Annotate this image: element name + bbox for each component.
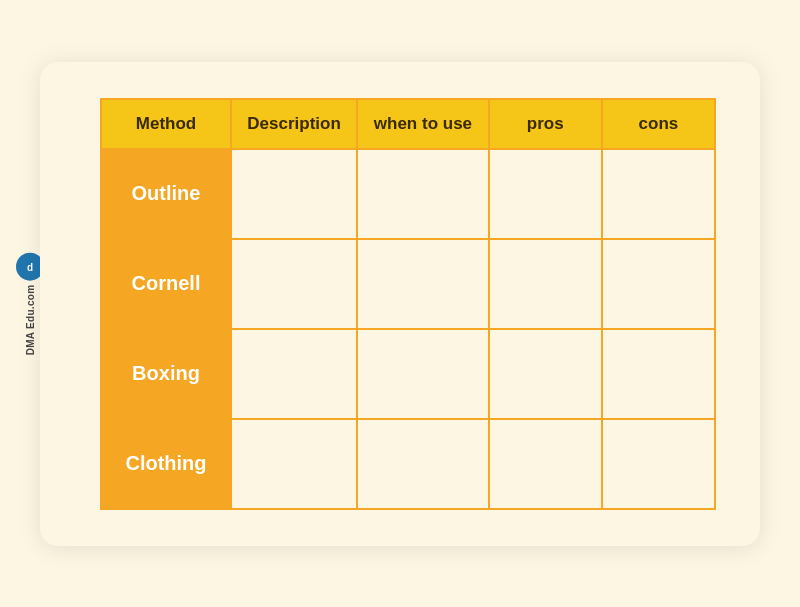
table-row: Boxing xyxy=(101,329,715,419)
table-row: Outline xyxy=(101,149,715,239)
svg-text:d: d xyxy=(27,261,33,272)
when-to-use-cell-outline xyxy=(357,149,489,239)
watermark-text: DMA Edu.com xyxy=(25,284,36,355)
table-row: Clothing xyxy=(101,419,715,509)
cons-cell-boxing xyxy=(602,329,715,419)
description-cell-boxing xyxy=(231,329,357,419)
when-to-use-cell-boxing xyxy=(357,329,489,419)
comparison-table: Method Description when to use pros cons… xyxy=(100,98,716,510)
method-cell-boxing: Boxing xyxy=(101,329,231,419)
method-cell-outline: Outline xyxy=(101,149,231,239)
main-card: Method Description when to use pros cons… xyxy=(40,62,760,546)
pros-cell-boxing xyxy=(489,329,602,419)
header-method: Method xyxy=(101,99,231,149)
method-cell-clothing: Clothing xyxy=(101,419,231,509)
table-row: Cornell xyxy=(101,239,715,329)
header-when-to-use: when to use xyxy=(357,99,489,149)
page-background: d DMA Edu.com Method Description when to… xyxy=(0,0,800,607)
when-to-use-cell-clothing xyxy=(357,419,489,509)
description-cell-cornell xyxy=(231,239,357,329)
header-pros: pros xyxy=(489,99,602,149)
header-cons: cons xyxy=(602,99,715,149)
description-cell-clothing xyxy=(231,419,357,509)
pros-cell-cornell xyxy=(489,239,602,329)
cons-cell-clothing xyxy=(602,419,715,509)
table-header-row: Method Description when to use pros cons xyxy=(101,99,715,149)
pros-cell-outline xyxy=(489,149,602,239)
header-description: Description xyxy=(231,99,357,149)
pros-cell-clothing xyxy=(489,419,602,509)
when-to-use-cell-cornell xyxy=(357,239,489,329)
description-cell-outline xyxy=(231,149,357,239)
cons-cell-cornell xyxy=(602,239,715,329)
method-cell-cornell: Cornell xyxy=(101,239,231,329)
cons-cell-outline xyxy=(602,149,715,239)
